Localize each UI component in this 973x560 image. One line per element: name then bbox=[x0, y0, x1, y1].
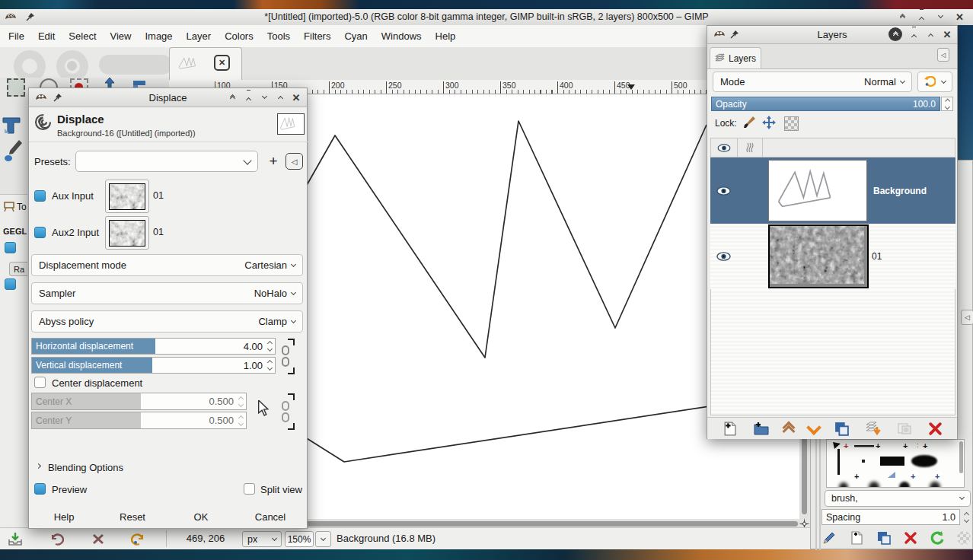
vertical-displacement-spinner[interactable] bbox=[265, 358, 275, 373]
visibility-column-icon[interactable] bbox=[717, 144, 731, 152]
link-column-icon[interactable] bbox=[745, 142, 754, 153]
undo-icon[interactable] bbox=[49, 532, 64, 546]
delete-layer-icon[interactable] bbox=[928, 422, 943, 436]
help-button[interactable]: Help bbox=[39, 507, 89, 527]
close-button[interactable]: ✕ bbox=[942, 27, 952, 41]
export-preset-icon[interactable] bbox=[8, 532, 23, 546]
close-button[interactable]: ✕ bbox=[952, 10, 967, 24]
lock-position-icon[interactable] bbox=[761, 115, 777, 130]
mode-options-button[interactable] bbox=[917, 72, 952, 92]
menu-windows[interactable]: Windows bbox=[375, 27, 429, 45]
brush-spacing-spinner[interactable] bbox=[962, 509, 971, 525]
menu-colors[interactable]: Colors bbox=[218, 27, 260, 45]
aux-input-checkbox[interactable] bbox=[34, 190, 46, 202]
edit-brush-icon[interactable] bbox=[821, 530, 837, 546]
center-x-slider[interactable]: Center X 0.500 bbox=[31, 393, 247, 410]
displacement-link-icon[interactable] bbox=[280, 345, 291, 368]
abyss-policy-dropdown[interactable]: Abyss policy Clamp bbox=[31, 310, 303, 332]
center-y-spinner[interactable] bbox=[236, 412, 246, 428]
horizontal-displacement-slider[interactable]: Horizontal displacement 4.00 bbox=[31, 338, 276, 355]
main-title-bar[interactable]: *[Untitled] (imported)-5.0 (RGB color 8-… bbox=[0, 9, 973, 26]
aux2-input-checkbox[interactable] bbox=[34, 227, 46, 238]
brush-filter-dropdown[interactable]: brush, bbox=[825, 490, 971, 507]
pick-center-cursor-icon[interactable] bbox=[257, 400, 270, 417]
menu-filters[interactable]: Filters bbox=[297, 27, 337, 45]
delete-brush-icon[interactable] bbox=[904, 531, 917, 545]
vertical-displacement-slider[interactable]: Vertical displacement 1.00 bbox=[31, 357, 276, 374]
lock-alpha-icon[interactable] bbox=[784, 116, 799, 131]
sampler-dropdown[interactable]: Sampler NoHalo bbox=[31, 282, 303, 304]
minimize-button[interactable] bbox=[258, 91, 270, 104]
preview-checkbox[interactable] bbox=[34, 483, 46, 495]
lock-paint-icon[interactable] bbox=[741, 115, 756, 130]
brush-spacing-field[interactable]: Spacing 1.0 bbox=[821, 509, 960, 525]
center-y-slider[interactable]: Center Y 0.500 bbox=[31, 412, 247, 429]
layer-name[interactable]: Background bbox=[873, 186, 927, 196]
tool-color-picker[interactable] bbox=[2, 138, 24, 164]
ra-button[interactable]: Ra bbox=[9, 262, 27, 276]
layer-visible-icon[interactable] bbox=[716, 252, 731, 261]
gegl-checkbox-1[interactable] bbox=[5, 242, 16, 253]
split-view-checkbox[interactable] bbox=[244, 483, 255, 495]
close-button[interactable]: ✕ bbox=[290, 91, 302, 104]
blending-options-label[interactable]: Blending Options bbox=[48, 462, 123, 473]
tool-transform[interactable] bbox=[0, 113, 23, 136]
center-displacement-checkbox[interactable] bbox=[34, 377, 46, 388]
brush-grid-scrollbar[interactable] bbox=[959, 441, 963, 473]
new-layer-icon[interactable] bbox=[722, 421, 738, 437]
layer-row-background[interactable]: Background bbox=[710, 158, 955, 224]
menu-cyan[interactable]: Cyan bbox=[337, 27, 374, 45]
unfold-button[interactable] bbox=[226, 91, 238, 104]
layers-title-bar[interactable]: Layers ✕ bbox=[707, 26, 957, 44]
duplicate-brush-icon[interactable] bbox=[876, 530, 892, 546]
keep-above-button[interactable] bbox=[895, 10, 910, 24]
redo-icon[interactable] bbox=[131, 532, 146, 546]
ok-button[interactable]: OK bbox=[177, 507, 225, 527]
opacity-spinner[interactable] bbox=[941, 97, 953, 111]
menu-edit[interactable]: Edit bbox=[31, 27, 62, 45]
displacement-mode-dropdown[interactable]: Displacement mode Cartesian bbox=[31, 254, 303, 276]
restore-button[interactable] bbox=[274, 91, 286, 104]
aux-input-thumbnail-button[interactable] bbox=[105, 180, 149, 213]
menu-tools[interactable]: Tools bbox=[260, 27, 297, 45]
dock-collapse-button[interactable]: ◁ bbox=[961, 310, 973, 325]
new-brush-icon[interactable] bbox=[849, 530, 864, 546]
merge-down-icon[interactable] bbox=[865, 421, 882, 437]
panel-menu-button[interactable]: ◁ bbox=[937, 48, 949, 62]
add-preset-button[interactable]: + bbox=[264, 152, 282, 170]
minimize-button[interactable] bbox=[933, 10, 948, 24]
pattern-icon[interactable] bbox=[957, 531, 971, 545]
tool-options-tab[interactable]: To bbox=[17, 202, 27, 212]
menu-view[interactable]: View bbox=[104, 27, 139, 45]
layer-thumbnail[interactable] bbox=[768, 224, 869, 288]
layer-visible-icon[interactable] bbox=[716, 186, 731, 196]
preset-menu-button[interactable]: ◁ bbox=[286, 153, 303, 170]
brush-grid[interactable]: + + + : + + + + bbox=[826, 439, 965, 488]
delete-preset-icon[interactable] bbox=[91, 533, 105, 546]
center-x-spinner[interactable] bbox=[236, 393, 246, 409]
cancel-button[interactable]: Cancel bbox=[244, 507, 296, 527]
menu-file[interactable]: File bbox=[2, 27, 31, 45]
presets-dropdown[interactable] bbox=[75, 151, 258, 172]
gegl-checkbox-2[interactable] bbox=[5, 278, 16, 290]
horizontal-displacement-spinner[interactable] bbox=[265, 339, 275, 354]
canvas-tab[interactable]: ✕ bbox=[169, 47, 242, 80]
duplicate-layer-icon[interactable] bbox=[834, 421, 850, 437]
center-link-icon[interactable] bbox=[280, 401, 291, 423]
lower-layer-icon[interactable] bbox=[806, 420, 821, 435]
canvas-tab-close-icon[interactable]: ✕ bbox=[214, 55, 230, 71]
aux2-input-thumbnail-button[interactable] bbox=[105, 216, 149, 250]
new-group-icon[interactable] bbox=[753, 421, 770, 436]
tab-layers[interactable]: Layers bbox=[710, 47, 761, 68]
raise-layer-icon[interactable] bbox=[784, 421, 793, 436]
menu-help[interactable]: Help bbox=[429, 27, 463, 45]
displace-title-bar[interactable]: Displace ✕ bbox=[29, 88, 307, 107]
blending-options-expander-icon[interactable] bbox=[36, 463, 41, 469]
shade-button[interactable] bbox=[914, 10, 929, 24]
menu-image[interactable]: Image bbox=[138, 27, 179, 45]
shade-button[interactable] bbox=[242, 91, 254, 104]
unit-dropdown[interactable]: px bbox=[242, 531, 282, 547]
add-mask-icon[interactable] bbox=[896, 421, 913, 436]
zoom-dropdown[interactable] bbox=[315, 531, 331, 547]
menu-layer[interactable]: Layer bbox=[180, 27, 219, 45]
